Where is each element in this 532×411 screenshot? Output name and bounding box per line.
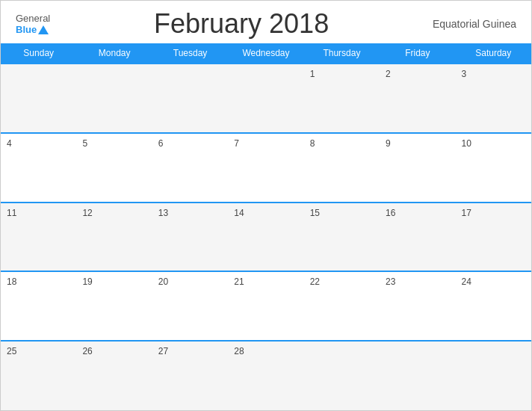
day-number: 20 bbox=[158, 276, 168, 287]
calendar-day-cell: 22 bbox=[304, 271, 380, 341]
header-wednesday: Wednesday bbox=[228, 43, 303, 64]
day-number: 12 bbox=[82, 208, 92, 218]
day-number: 9 bbox=[386, 138, 391, 149]
calendar-day-cell: 7 bbox=[228, 133, 303, 203]
calendar-day-cell: 3 bbox=[456, 64, 531, 133]
calendar-day-cell: 10 bbox=[456, 133, 531, 203]
calendar-day-cell: 13 bbox=[152, 203, 228, 272]
day-number: 13 bbox=[158, 208, 168, 218]
day-number: 17 bbox=[462, 208, 471, 218]
calendar-day-cell: 27 bbox=[152, 341, 228, 410]
day-number: 18 bbox=[7, 276, 16, 287]
day-number: 10 bbox=[462, 138, 471, 149]
calendar-day-cell: 24 bbox=[456, 271, 531, 341]
day-number: 25 bbox=[7, 346, 16, 356]
header-saturday: Saturday bbox=[456, 43, 531, 64]
calendar-week-row: 18192021222324 bbox=[1, 271, 531, 341]
country-name: Equatorial Guinea bbox=[433, 18, 516, 30]
day-number: 27 bbox=[158, 346, 168, 356]
day-number: 6 bbox=[158, 138, 164, 149]
header-thursday: Thursday bbox=[304, 43, 380, 64]
day-number: 3 bbox=[462, 69, 467, 79]
header-sunday: Sunday bbox=[1, 43, 76, 64]
calendar-day-cell bbox=[152, 64, 228, 133]
calendar-day-cell: 12 bbox=[76, 203, 152, 272]
day-number: 23 bbox=[386, 276, 395, 287]
calendar-day-cell: 5 bbox=[76, 133, 152, 203]
day-number: 7 bbox=[234, 138, 239, 149]
calendar-day-cell: 9 bbox=[380, 133, 455, 203]
day-number: 19 bbox=[82, 276, 92, 287]
day-number: 14 bbox=[234, 208, 244, 218]
calendar-day-cell: 23 bbox=[380, 271, 455, 341]
day-number: 4 bbox=[7, 138, 12, 149]
calendar-day-cell bbox=[304, 341, 380, 410]
day-number: 16 bbox=[386, 208, 395, 218]
calendar-day-cell: 2 bbox=[380, 64, 455, 133]
day-number: 22 bbox=[310, 276, 320, 287]
day-number: 5 bbox=[82, 138, 87, 149]
day-number: 1 bbox=[310, 69, 315, 79]
header-monday: Monday bbox=[76, 43, 152, 64]
calendar-day-cell: 11 bbox=[1, 203, 76, 272]
weekday-header-row: Sunday Monday Tuesday Wednesday Thursday… bbox=[1, 43, 531, 64]
logo-area: General Blue bbox=[16, 13, 50, 35]
calendar-day-cell: 1 bbox=[304, 64, 380, 133]
calendar-day-cell: 25 bbox=[1, 341, 76, 410]
calendar-day-cell: 17 bbox=[456, 203, 531, 272]
day-number: 2 bbox=[386, 69, 391, 79]
calendar-day-cell: 14 bbox=[228, 203, 303, 272]
day-number: 15 bbox=[310, 208, 320, 218]
calendar-week-row: 25262728 bbox=[1, 341, 531, 410]
calendar-day-cell: 28 bbox=[228, 341, 303, 410]
logo-triangle-icon bbox=[38, 25, 49, 34]
calendar-day-cell: 18 bbox=[1, 271, 76, 341]
logo-general-text: General bbox=[16, 13, 50, 24]
calendar-header: General Blue February 2018 Equatorial Gu… bbox=[1, 1, 531, 43]
calendar-week-row: 11121314151617 bbox=[1, 203, 531, 272]
calendar-day-cell: 16 bbox=[380, 203, 455, 272]
month-title: February 2018 bbox=[154, 8, 329, 40]
calendar-week-row: 123 bbox=[1, 64, 531, 133]
day-number: 11 bbox=[7, 208, 16, 218]
day-number: 28 bbox=[234, 346, 244, 356]
calendar-body: 1234567891011121314151617181920212223242… bbox=[1, 64, 531, 410]
calendar-day-cell: 15 bbox=[304, 203, 380, 272]
calendar-day-cell: 20 bbox=[152, 271, 228, 341]
calendar-day-cell: 6 bbox=[152, 133, 228, 203]
calendar-day-cell: 8 bbox=[304, 133, 380, 203]
header-tuesday: Tuesday bbox=[152, 43, 228, 64]
day-number: 21 bbox=[234, 276, 244, 287]
calendar-day-cell: 26 bbox=[76, 341, 152, 410]
calendar-day-cell: 19 bbox=[76, 271, 152, 341]
calendar-day-cell bbox=[228, 64, 303, 133]
day-number: 24 bbox=[462, 276, 471, 287]
calendar-day-cell: 4 bbox=[1, 133, 76, 203]
header-friday: Friday bbox=[380, 43, 455, 64]
calendar-day-cell bbox=[380, 341, 455, 410]
calendar-table: Sunday Monday Tuesday Wednesday Thursday… bbox=[1, 43, 531, 410]
calendar-day-cell bbox=[456, 341, 531, 410]
logo-blue-text: Blue bbox=[16, 24, 37, 35]
calendar-week-row: 45678910 bbox=[1, 133, 531, 203]
calendar-container: General Blue February 2018 Equatorial Gu… bbox=[0, 0, 532, 411]
calendar-day-cell bbox=[76, 64, 152, 133]
calendar-day-cell bbox=[1, 64, 76, 133]
calendar-thead: Sunday Monday Tuesday Wednesday Thursday… bbox=[1, 43, 531, 64]
calendar-day-cell: 21 bbox=[228, 271, 303, 341]
day-number: 8 bbox=[310, 138, 315, 149]
day-number: 26 bbox=[82, 346, 92, 356]
